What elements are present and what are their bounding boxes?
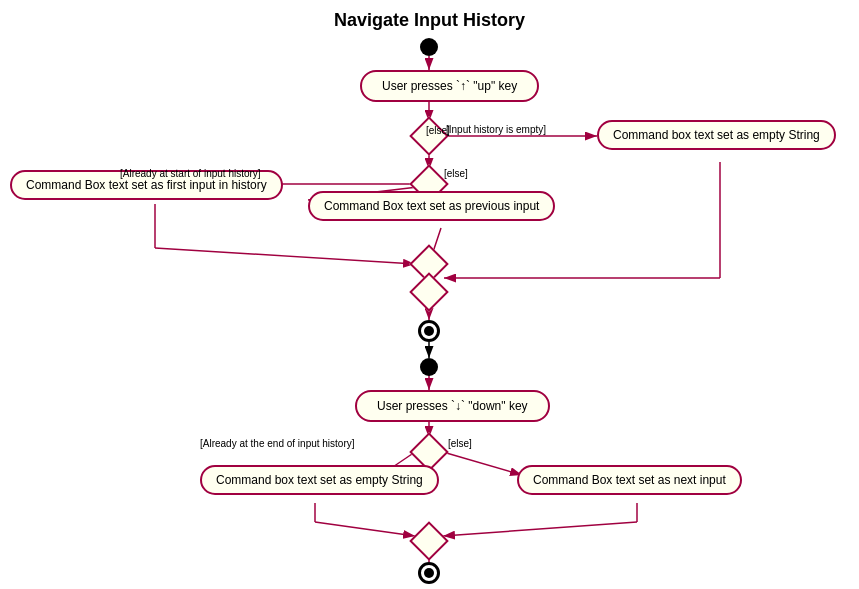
svg-line-21 xyxy=(315,522,415,536)
label-else3: [else] xyxy=(448,438,472,449)
label-else2: [else] xyxy=(444,168,468,179)
cmd-prev-input-node: Command Box text set as previous input xyxy=(308,191,555,221)
end-circle-1 xyxy=(418,320,440,342)
svg-line-23 xyxy=(443,522,637,536)
cmd-empty-string-top-node: Command box text set as empty String xyxy=(597,120,836,150)
start-circle-top xyxy=(420,38,438,56)
diagram-title: Navigate Input History xyxy=(334,10,525,31)
start-circle-bottom xyxy=(420,358,438,376)
diamond-5 xyxy=(415,438,443,466)
user-presses-down-node: User presses `↓` "down" key xyxy=(355,390,550,422)
diamond-6 xyxy=(415,527,443,555)
svg-line-11 xyxy=(155,248,415,264)
svg-line-19 xyxy=(443,452,522,475)
cmd-empty-string-bottom-node: Command box text set as empty String xyxy=(200,465,439,495)
end-circle-2 xyxy=(418,562,440,584)
label-already-start: [Already at start of input history] xyxy=(120,168,261,179)
label-already-end: [Already at the end of input history] xyxy=(200,438,355,449)
label-input-history-empty: [Input history is empty] xyxy=(446,124,546,135)
user-presses-up-node: User presses `↑` "up" key xyxy=(360,70,539,102)
cmd-next-input-node: Command Box text set as next input xyxy=(517,465,742,495)
diamond-4 xyxy=(415,278,443,306)
diagram-container: Navigate Input History User presses `↑` … xyxy=(0,0,859,589)
